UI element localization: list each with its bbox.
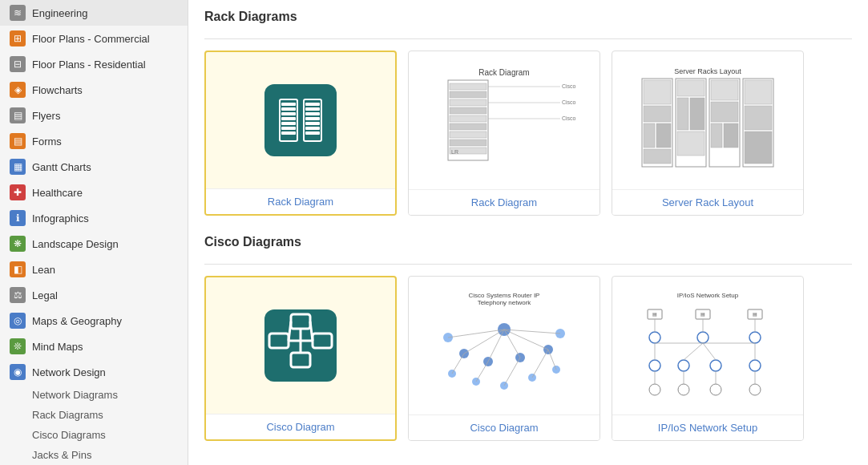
server-rack-layout-template[interactable]: Server Racks Layout xyxy=(612,51,804,216)
sidebar: ≋Engineering⊞Floor Plans - Commercial⊟Fl… xyxy=(0,0,188,465)
svg-rect-37 xyxy=(644,106,671,122)
sidebar-subitem-jacks-pins[interactable]: Jacks & Pins xyxy=(0,445,188,465)
sidebar-subitem-rack-diagrams[interactable]: Rack Diagrams xyxy=(0,405,188,425)
svg-text:Server Racks Layout: Server Racks Layout xyxy=(674,67,741,75)
cisco-diagram-template-thumb[interactable]: Cisco Systems Router IP Telephony networ… xyxy=(408,276,600,441)
cisco-diagram-template-icon-label: Cisco Diagram xyxy=(206,414,395,439)
svg-rect-14 xyxy=(305,127,320,130)
svg-point-101 xyxy=(710,360,721,371)
svg-text:▤: ▤ xyxy=(652,312,657,317)
sidebar-item-floor-plans-commercial[interactable]: ⊞Floor Plans - Commercial xyxy=(0,26,188,51)
svg-line-87 xyxy=(532,350,548,378)
rack-diagram-template-icon[interactable]: Rack Diagram xyxy=(204,51,397,216)
svg-line-111 xyxy=(684,343,703,360)
svg-text:Rack Diagram: Rack Diagram xyxy=(478,68,529,77)
sidebar-item-engineering[interactable]: ≋Engineering xyxy=(0,0,188,26)
sidebar-item-forms[interactable]: ▤Forms xyxy=(0,128,188,154)
svg-text:▤: ▤ xyxy=(753,312,757,317)
cisco-icon-graphic xyxy=(264,309,337,382)
rack-diagram-template-thumb[interactable]: Rack Diagram Cisco IRL Series Cisco I xyxy=(408,51,600,216)
sidebar-label-flyers: Flyers xyxy=(32,110,60,122)
sidebar-item-flowcharts[interactable]: ◈Flowcharts xyxy=(0,77,188,103)
svg-rect-19 xyxy=(450,91,486,98)
sidebar-item-mind-maps[interactable]: ❊Mind Maps xyxy=(0,334,188,359)
cards-row-rack-diagrams-section: Rack Diagram Rack Diagram Ci xyxy=(204,51,852,216)
sidebar-item-maps-geography[interactable]: ◎Maps & Geography xyxy=(0,308,188,334)
svg-rect-56 xyxy=(313,334,332,348)
main-content: Rack Diagrams xyxy=(188,0,868,465)
subitem-label-rack-diagrams: Rack Diagrams xyxy=(32,409,103,421)
ip-ios-network-setup-template-image: IP/IoS Network Setup ▤ ▤ ▤ xyxy=(612,277,803,414)
cisco-diagram-svg: Cisco Systems Router IP Telephony networ… xyxy=(432,289,576,402)
svg-rect-55 xyxy=(269,334,289,348)
sidebar-item-floor-plans-residential[interactable]: ⊟Floor Plans - Residential xyxy=(0,51,188,77)
svg-rect-24 xyxy=(450,131,486,138)
svg-rect-10 xyxy=(305,107,320,111)
engineering-icon: ≋ xyxy=(10,5,26,21)
svg-line-82 xyxy=(504,330,560,334)
server-rack-layout-template-label: Server Rack Layout xyxy=(612,189,803,215)
server-rack-svg: Server Racks Layout xyxy=(636,64,780,176)
lean-icon: ◧ xyxy=(10,261,26,277)
cisco-diagram-template-icon[interactable]: Cisco Diagram xyxy=(204,276,397,441)
svg-point-98 xyxy=(749,332,761,343)
svg-rect-58 xyxy=(291,353,310,367)
sidebar-subitem-cisco-diagrams[interactable]: Cisco Diagrams xyxy=(0,425,188,445)
cisco-diagram-template-thumb-image: Cisco Systems Router IP Telephony networ… xyxy=(409,277,600,414)
landscape-design-icon: ❋ xyxy=(10,236,26,252)
svg-rect-6 xyxy=(281,122,296,125)
svg-rect-44 xyxy=(690,98,704,130)
svg-rect-13 xyxy=(305,122,320,125)
sidebar-item-infographics[interactable]: ℹInfographics xyxy=(0,205,188,231)
server-rack-layout-template-image: Server Racks Layout xyxy=(612,51,803,189)
sidebar-item-legal[interactable]: ⚖Legal xyxy=(0,282,188,308)
sidebar-label-maps-geography: Maps & Geography xyxy=(32,315,122,327)
svg-rect-18 xyxy=(450,83,486,90)
sidebar-label-lean: Lean xyxy=(32,264,55,276)
cisco-diagram-template-icon-image xyxy=(206,277,395,414)
svg-rect-9 xyxy=(305,103,320,106)
svg-rect-53 xyxy=(745,106,772,130)
sidebar-item-lean[interactable]: ◧Lean xyxy=(0,257,188,282)
svg-point-102 xyxy=(749,360,761,371)
svg-rect-36 xyxy=(644,80,671,104)
svg-line-84 xyxy=(452,354,464,374)
ip-ios-network-setup-template-label: IP/IoS Network Setup xyxy=(612,414,803,440)
svg-rect-5 xyxy=(281,117,296,120)
svg-rect-4 xyxy=(281,112,296,115)
svg-point-105 xyxy=(710,384,721,395)
forms-icon: ▤ xyxy=(10,133,26,149)
sidebar-label-landscape-design: Landscape Design xyxy=(32,238,119,250)
svg-rect-57 xyxy=(291,314,310,329)
sidebar-item-flyers[interactable]: ▤Flyers xyxy=(0,103,188,128)
sidebar-item-gantt-charts[interactable]: ▦Gantt Charts xyxy=(0,154,188,180)
sidebar-label-flowcharts: Flowcharts xyxy=(32,84,83,96)
svg-rect-38 xyxy=(644,123,655,148)
svg-text:Cisco IRL Series: Cisco IRL Series xyxy=(562,99,576,105)
sidebar-item-landscape-design[interactable]: ❋Landscape Design xyxy=(0,231,188,257)
svg-rect-43 xyxy=(677,98,688,130)
svg-point-97 xyxy=(697,332,709,343)
svg-rect-11 xyxy=(305,112,320,115)
rack-diagram-template-thumb-label: Rack Diagram xyxy=(409,189,600,215)
mind-maps-icon: ❊ xyxy=(10,338,26,354)
ip-ios-network-svg: IP/IoS Network Setup ▤ ▤ ▤ xyxy=(636,289,780,402)
section-title-rack-diagrams-section: Rack Diagrams xyxy=(204,10,852,27)
section-title-cisco-diagrams-section: Cisco Diagrams xyxy=(204,235,852,253)
svg-line-88 xyxy=(548,350,556,370)
svg-point-106 xyxy=(749,384,761,395)
sidebar-item-network-design[interactable]: ◉Network Design xyxy=(0,359,188,385)
sidebar-item-healthcare[interactable]: ✚Healthcare xyxy=(0,180,188,205)
maps-geography-icon: ◎ xyxy=(10,313,26,329)
sidebar-label-network-design: Network Design xyxy=(32,366,106,378)
svg-rect-50 xyxy=(724,123,738,148)
subitem-label-network-diagrams: Network Diagrams xyxy=(32,389,118,401)
sidebar-subitem-network-diagrams[interactable]: Network Diagrams xyxy=(0,385,188,405)
rack-diagram-template-icon-label: Rack Diagram xyxy=(206,188,395,214)
svg-rect-8 xyxy=(281,131,296,135)
svg-rect-47 xyxy=(711,80,738,100)
ip-ios-network-setup-template[interactable]: IP/IoS Network Setup ▤ ▤ ▤ xyxy=(612,276,804,441)
svg-point-104 xyxy=(678,384,689,395)
svg-rect-15 xyxy=(305,131,320,135)
floor-plans-residential-icon: ⊟ xyxy=(10,56,26,72)
